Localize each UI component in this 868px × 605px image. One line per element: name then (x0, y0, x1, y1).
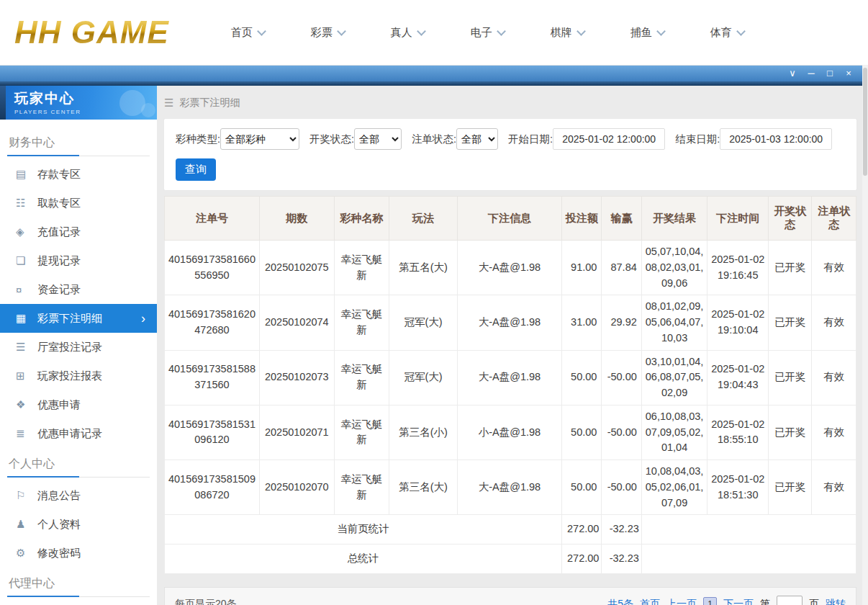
window-close-icon[interactable]: × (839, 66, 858, 81)
jump-label-prefix: 第 (760, 598, 770, 605)
table-cell: 已开奖 (769, 405, 812, 460)
sidebar-header: 玩家中心 PLAYERS CENTER (6, 86, 157, 120)
table-cell: 20250102074 (259, 295, 334, 350)
table-cell: 05,07,10,04,08,02,03,01,09,06 (641, 241, 707, 295)
table-cell: 03,10,01,04,06,08,07,05,02,09 (641, 350, 707, 405)
chevron-right-icon: › (141, 312, 145, 325)
end-date-input[interactable] (720, 128, 832, 150)
nav-item-sports[interactable]: 体育 (687, 26, 767, 40)
draw-status-label: 开奖状态: (309, 133, 354, 146)
table-cell: 幸运飞艇新 (334, 405, 389, 460)
table-cell: 有效 (812, 460, 856, 515)
table-cell: 大-A盘@1.98 (457, 460, 561, 515)
sidebar-item-withdraw[interactable]: ☷取款专区 (0, 189, 157, 218)
nav-item-fishing[interactable]: 捕鱼 (607, 26, 687, 40)
sidebar-item-recharge-record[interactable]: ◈充值记录 (0, 218, 157, 246)
prev-page-link[interactable]: 上一页 (666, 598, 697, 605)
table-cell: -50.00 (602, 350, 641, 405)
table-cell: 50.00 (561, 460, 601, 515)
table-header-cell: 投注额 (561, 197, 601, 241)
nav-item-label: 首页 (231, 26, 253, 40)
table-cell: 第五名(大) (389, 241, 458, 295)
bet-status-select[interactable]: 全部 (456, 128, 498, 150)
nav-item-slots[interactable]: 电子 (448, 26, 528, 40)
sidebar-header-row: 玩家中心 PLAYERS CENTER (0, 86, 157, 120)
sidebar-header-spacer (0, 86, 6, 120)
draw-status-select[interactable]: 全部 (354, 128, 402, 150)
table-header-cell: 期数 (259, 197, 334, 241)
nav-item-home[interactable]: 首页 (208, 26, 288, 40)
table-cell: 29.92 (602, 295, 641, 350)
table-header-cell: 开奖状态 (769, 197, 812, 241)
page-jump-input[interactable] (777, 596, 803, 605)
table-header-cell: 开奖结果 (641, 197, 707, 241)
sidebar-item-room-bet-record[interactable]: ☰厅室投注记录 (0, 333, 157, 362)
sidebar-item-label: 存款专区 (37, 168, 81, 182)
scrollbar[interactable] (862, 65, 868, 605)
nav-item-chess[interactable]: 棋牌 (528, 26, 607, 40)
table-cell: 大-A盘@1.98 (457, 241, 561, 295)
chevron-down-icon (417, 27, 426, 36)
sidebar-item-change-password-gear[interactable]: ⚙修改密码 (0, 539, 157, 568)
table-cell: 有效 (812, 241, 856, 295)
nav-item-live[interactable]: 真人 (368, 26, 448, 40)
table-cell: 20250102071 (259, 405, 334, 460)
summary-row: 当前页统计272.00-32.23 (165, 515, 856, 544)
sidebar-item-promo-record[interactable]: ≣优惠申请记录 (0, 419, 157, 448)
chevron-down-icon (257, 27, 266, 36)
table-cell: 401569173581620472680 (165, 295, 260, 350)
top-gradient-band (0, 81, 868, 86)
sidebar-item-label: 消息公告 (37, 489, 81, 503)
sidebar-item-label: 取款专区 (37, 197, 81, 210)
sidebar-item-withdrawal-record[interactable]: ❏提现记录 (0, 246, 157, 275)
sidebar-title: 玩家中心 (14, 89, 157, 108)
first-page-link[interactable]: 首页 (640, 598, 660, 605)
window-minimize-icon[interactable]: ─ (802, 66, 820, 81)
nav-item-lottery[interactable]: 彩票 (288, 26, 368, 40)
summary-empty-cell (641, 515, 856, 544)
window-maximize-icon[interactable]: □ (820, 66, 839, 81)
lottery-bet-detail-icon: ▦ (16, 312, 37, 325)
sidebar-item-label: 个人资料 (37, 518, 81, 532)
chevron-down-icon (497, 27, 506, 36)
table-cell: 31.00 (561, 295, 601, 350)
nav-item-label: 体育 (710, 26, 732, 40)
table-cell: 401569173581660556950 (165, 241, 260, 295)
app-region: 玩家中心 PLAYERS CENTER 财务中心▤存款专区☷取款专区◈充值记录❏… (0, 81, 868, 605)
table-cell: 87.84 (602, 241, 641, 295)
scrollbar-thumb[interactable] (863, 68, 867, 176)
query-button[interactable]: 查询 (176, 158, 216, 181)
announcement-bell-icon: ⚐ (16, 489, 37, 502)
sidebar-item-funds-record[interactable]: ¤资金记录 (0, 275, 157, 304)
table-cell: 08,01,02,09,05,06,04,07,10,03 (641, 295, 707, 350)
sidebar-item-label: 充值记录 (37, 225, 81, 239)
nav-item-label: 电子 (471, 26, 492, 40)
sidebar-item-deposit[interactable]: ▤存款专区 (0, 160, 157, 189)
table-header-cell: 彩种名称 (334, 197, 389, 241)
lottery-type-select[interactable]: 全部彩种 (220, 128, 299, 150)
sidebar-item-promo-apply[interactable]: ❖优惠申请 (0, 390, 157, 419)
start-date-input[interactable] (553, 128, 665, 150)
table-header-cell: 输赢 (602, 197, 641, 241)
sidebar-item-user-profile[interactable]: ♟个人资料 (0, 510, 157, 539)
window-titlebar: ∨─□× (0, 66, 868, 81)
next-page-link[interactable]: 下一页 (723, 598, 754, 605)
table-cell: 20250102073 (259, 350, 334, 405)
table-cell: 第三名(小) (389, 405, 458, 460)
table-row: 40156917358150908672020250102070幸运飞艇新第三名… (165, 460, 856, 515)
table-cell: 06,10,08,03,07,09,05,02,01,04 (641, 405, 707, 460)
sidebar-item-player-bet-report[interactable]: ⊞玩家投注报表 (0, 362, 157, 390)
sidebar-item-announcement-bell[interactable]: ⚐消息公告 (0, 481, 157, 510)
nav-item-label: 彩票 (311, 26, 333, 40)
table-cell: 冠军(大) (389, 295, 458, 350)
chevron-down-icon (577, 27, 586, 36)
logo[interactable]: HH GAME (10, 14, 173, 50)
table-cell: 小-A盘@1.98 (457, 405, 561, 460)
window-chevron-down-icon[interactable]: ∨ (783, 66, 802, 81)
sidebar-item-lottery-bet-detail[interactable]: ▦彩票下注明细› (0, 304, 157, 333)
bet-table: 注单号期数彩种名称玩法下注信息投注额输赢开奖结果下注时间开奖状态注单状态 401… (164, 196, 856, 574)
summary-win-total: -32.23 (602, 515, 641, 544)
current-page-indicator[interactable]: 1 (703, 597, 717, 605)
jump-button[interactable]: 跳转 (826, 598, 846, 605)
table-header-row: 注单号期数彩种名称玩法下注信息投注额输赢开奖结果下注时间开奖状态注单状态 (165, 197, 856, 241)
